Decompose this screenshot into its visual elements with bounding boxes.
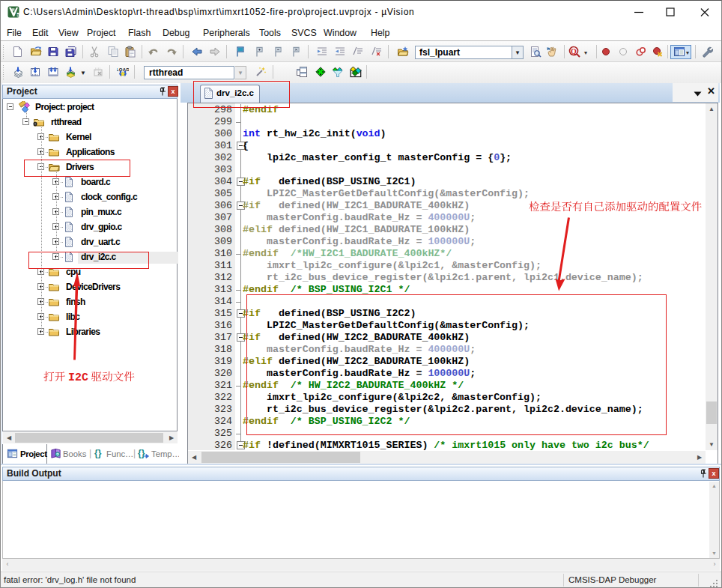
svg-text:I2C: I2C	[68, 371, 88, 384]
svg-text:5: 5	[16, 11, 19, 18]
svg-text:Q: Q	[571, 47, 577, 55]
svg-text:?: ?	[56, 452, 58, 457]
svg-text:LOAD: LOAD	[117, 67, 129, 72]
